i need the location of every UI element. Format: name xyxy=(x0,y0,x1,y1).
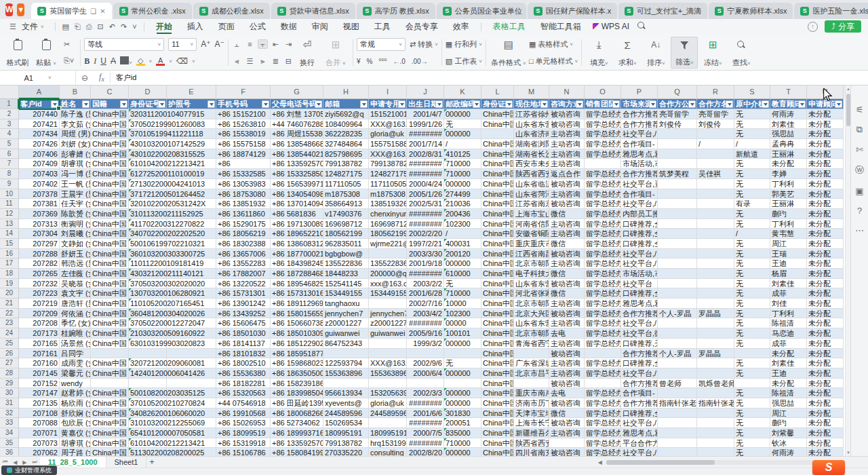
cell-R30[interactable] xyxy=(697,388,734,398)
borders-button[interactable]: ˅ xyxy=(120,56,132,66)
cell-O7[interactable] xyxy=(585,159,621,169)
cell-H29[interactable] xyxy=(323,379,369,389)
cell-G10[interactable]: +86 1340540988 xyxy=(271,189,323,200)
cell-J19[interactable]: 2003/2/2 xyxy=(407,279,444,289)
cell-R15[interactable] xyxy=(697,239,734,249)
cell-B9[interactable]: 王一帆 (男) xyxy=(60,179,91,189)
cell-R32[interactable] xyxy=(697,408,734,419)
cell-C35[interactable]: China中国 xyxy=(91,438,129,449)
header-cell-M1[interactable]: 现住地址 xyxy=(514,99,549,109)
col-header-U[interactable]: U xyxy=(807,86,844,99)
row-header-3[interactable]: 3 xyxy=(0,119,19,130)
cell-A28[interactable]: 207145 xyxy=(19,368,60,379)
cell-U18[interactable]: 未分配 xyxy=(807,269,844,279)
fill-button[interactable]: ⤓填充˅ xyxy=(585,37,612,69)
cell-T5[interactable]: 孟冉冉 xyxy=(770,139,807,149)
cell-L7[interactable]: China中国 xyxy=(481,159,514,169)
header-cell-S1[interactable]: 原中介机 xyxy=(734,99,770,109)
cell-A15[interactable]: 207297 xyxy=(19,239,60,249)
cell-J10[interactable]: 2005/1/26 xyxy=(407,189,444,200)
cell-T25[interactable]: 成菲 xyxy=(770,339,807,349)
cell-N22[interactable]: 被动咨询 xyxy=(549,309,585,319)
conditional-format-button[interactable]: ▤ 条件格式 ˅ xyxy=(490,37,528,69)
cell-F25[interactable]: +86 18141137 xyxy=(216,339,271,349)
quickbar-caret-icon[interactable]: ˅ xyxy=(130,22,139,31)
cell-H15[interactable]: 962835011 xyxy=(323,239,369,249)
cell-F34[interactable]: +86 18099519 xyxy=(216,428,271,438)
cell-P19[interactable]: 社交平台 xyxy=(621,279,658,289)
sum-button[interactable]: Σ求和˅ xyxy=(614,37,641,69)
cell-O2[interactable]: 留学总经办 xyxy=(585,109,621,119)
number-token-4[interactable]: .00→ xyxy=(412,58,428,65)
increase-font-icon[interactable]: A⁺ xyxy=(201,39,210,49)
cell-E29[interactable] xyxy=(167,379,216,389)
cell-F18[interactable]: +86 17882007 xyxy=(216,269,271,279)
cell-A12[interactable]: 207369 xyxy=(19,209,60,219)
cell-N35[interactable] xyxy=(549,438,585,449)
cell-N10[interactable]: 主动咨询 xyxy=(549,189,585,200)
cell-P21[interactable]: 雅思考点,雅 xyxy=(621,299,658,309)
header-cell-R1[interactable]: 合作方名 xyxy=(697,99,734,109)
cell-I14[interactable]: 180562199 xyxy=(369,229,407,239)
cell-M8[interactable]: 陕西省西安 xyxy=(514,169,549,179)
cell-O14[interactable]: 留学总经办 xyxy=(585,229,621,239)
header-cell-E1[interactable]: 护照号 xyxy=(167,99,216,109)
col-header-O[interactable]: O xyxy=(585,86,621,99)
cell-H28[interactable]: 155363896 xyxy=(323,368,369,379)
header-cell-A1[interactable]: 客户id xyxy=(19,99,60,109)
cell-D7[interactable]: 610104200212213421 xyxy=(129,159,167,169)
docer-icon[interactable]: ▼ xyxy=(17,3,24,16)
cell-I6[interactable]: XXX@163. xyxy=(369,149,407,159)
cell-U12[interactable]: 未分配 xyxy=(807,209,844,219)
cell-J28[interactable]: 2000/6/4 xyxy=(407,368,444,379)
cell-M22[interactable]: 北京大兴区 xyxy=(514,309,549,319)
menu-会员专享[interactable]: 会员专享 xyxy=(398,19,446,34)
cell-U6[interactable]: 未分配 xyxy=(807,149,844,159)
cell-I10[interactable]: m1875308 xyxy=(369,189,407,200)
cell-D20[interactable]: 130703200106280921 xyxy=(129,288,167,299)
cell-P2[interactable]: 合作方推荐 xyxy=(621,109,658,119)
cell-C5[interactable]: China中国 xyxy=(91,139,129,149)
cell-H8[interactable]: 124827175 xyxy=(323,169,369,179)
cell-R28[interactable] xyxy=(697,368,734,379)
cell-G6[interactable]: +86 1385440219 xyxy=(271,149,323,159)
font-color-button[interactable]: A xyxy=(156,57,165,66)
cell-J26[interactable] xyxy=(407,349,444,359)
filter-dropdown-icon[interactable] xyxy=(505,100,513,108)
file-tab-7[interactable]: S可过_支付宝+_滴滴 xyxy=(618,3,708,19)
horizontal-scroll-thumb[interactable] xyxy=(606,460,715,465)
header-cell-K1[interactable]: 邮政编码 xyxy=(444,99,481,109)
cell-H35[interactable]: 799138782 xyxy=(323,438,369,449)
cell-L26[interactable]: China中国 xyxy=(481,349,514,359)
cell-J34[interactable]: 2000/7/5 xyxy=(407,428,444,438)
cell-A5[interactable]: 207426 xyxy=(19,139,60,149)
cell-Q8[interactable]: 筑梦美程 xyxy=(658,169,697,179)
cell-P35[interactable]: 平台合作方 xyxy=(621,438,658,449)
cell-D14[interactable]: 340702200202202520 xyxy=(129,229,167,239)
cell-H18[interactable]: 18448233 xyxy=(323,269,369,279)
cell-R19[interactable] xyxy=(697,279,734,289)
cell-Q32[interactable] xyxy=(658,408,697,419)
cell-Q34[interactable] xyxy=(658,428,697,438)
header-cell-H1[interactable]: 邮箱 xyxy=(323,99,369,109)
cell-I19[interactable]: xxx@163.cc xyxy=(369,279,407,289)
cell-J8[interactable]: ######## xyxy=(407,169,444,179)
taskbar-app-button[interactable]: 业财管理系统 xyxy=(1,466,57,475)
cell-G16[interactable]: +86 1877000215 xyxy=(271,249,323,259)
cell-C27[interactable]: China中国 xyxy=(91,358,129,368)
cell-G17[interactable]: +86 1843982452 xyxy=(271,259,323,269)
header-cell-C1[interactable]: 国籍 xyxy=(91,99,129,109)
cell-L22[interactable]: China中国 xyxy=(481,309,514,319)
cell-H26[interactable] xyxy=(323,349,369,359)
cell-C18[interactable]: China中国 xyxy=(91,269,129,279)
cell-I21[interactable] xyxy=(369,299,407,309)
cell-R10[interactable] xyxy=(697,189,734,200)
cell-O16[interactable]: 留学总经办 xyxy=(585,249,621,259)
row-header-11[interactable]: 11 xyxy=(0,199,19,209)
cell-B29[interactable]: wendy xyxy=(60,379,91,389)
cell-L11[interactable]: China中国 xyxy=(481,199,514,209)
cell-P7[interactable]: 市场活动,市 xyxy=(621,159,658,169)
cell-B26[interactable]: 吕同学 xyxy=(60,349,91,359)
cell-G13[interactable]: +86 1971300890 xyxy=(271,219,323,229)
cell-J30[interactable]: 2002/3/3 xyxy=(407,388,444,398)
